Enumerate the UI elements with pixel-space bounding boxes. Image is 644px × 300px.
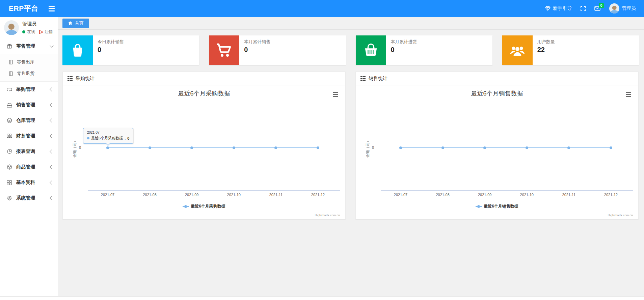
data-point[interactable] [190, 146, 193, 149]
sidebar-item-warehouse[interactable]: 仓库管理 [0, 113, 58, 128]
sidebar-item-finance[interactable]: 财务管理 [0, 128, 58, 144]
legend-item[interactable]: 最近6个月销售数据 [476, 203, 518, 209]
sales-stats-panel: 销售统计 最近6个月销售数据 金额（元） 0 [355, 72, 639, 219]
chevron-right-icon [50, 118, 53, 122]
users-icon [502, 35, 533, 65]
home-icon [68, 21, 73, 25]
briefcase-icon [7, 102, 12, 108]
highcharts-credit-link[interactable]: Highcharts.com.cn [315, 214, 340, 217]
sidebar-item-retail-outbound[interactable]: 零售出库 [0, 56, 58, 68]
data-point[interactable] [274, 146, 277, 149]
stat-card-user-count: 用户数量 22 [502, 35, 639, 65]
stat-card-today-sales: 今日累计销售 0 [62, 35, 199, 65]
legend-item[interactable]: 最近6个月采购数据 [183, 203, 225, 209]
grid-icon [68, 76, 73, 81]
cube-icon [7, 164, 12, 170]
sidebar-item-products[interactable]: 商品管理 [0, 159, 58, 175]
sidebar-item-basic-data[interactable]: 基本资料 [0, 175, 58, 190]
stat-card-label: 用户数量 [537, 39, 555, 45]
app-brand: ERP平台 [0, 4, 38, 13]
sidebar-user-panel: 管理员 在线 注销 [0, 17, 58, 38]
data-point[interactable] [149, 146, 151, 149]
online-status-icon [22, 30, 25, 33]
logout-link[interactable]: 注销 [39, 29, 53, 35]
highcharts-credit-link[interactable]: Highcharts.com.cn [608, 214, 633, 217]
legend-marker-icon [183, 205, 189, 208]
x-axis-tick: 2021-10 [520, 193, 534, 197]
x-axis-tick: 2021-09 [478, 193, 491, 197]
sidebar-item-label: 财务管理 [16, 133, 50, 139]
x-axis-tick: 2021-10 [227, 193, 241, 197]
fullscreen-icon [581, 6, 586, 11]
gift-icon [7, 44, 12, 49]
sign-out-icon [39, 30, 43, 34]
x-axis-tick: 2021-07 [394, 193, 407, 197]
x-axis-tick: 2021-07 [101, 193, 114, 197]
sidebar-item-label: 仓库管理 [16, 117, 50, 124]
data-point[interactable] [526, 146, 528, 149]
x-axis-labels: 2021-07 2021-08 2021-09 2021-10 2021-11 … [401, 193, 611, 197]
sidebar-item-label: 基本资料 [16, 180, 50, 186]
sidebar-toggle-icon[interactable] [49, 6, 55, 11]
sales-chart: 最近6个月销售数据 金额（元） 0 [356, 85, 638, 219]
sidebar-item-reports[interactable]: 报表查询 [0, 144, 58, 159]
guide-button[interactable]: 新手引导 [545, 5, 572, 11]
sidebar-submenu-retail: 零售出库 零售退货 [0, 54, 58, 82]
data-point[interactable] [610, 146, 612, 149]
x-axis-tick: 2021-08 [436, 193, 449, 197]
stat-card-month-purchase: 本月累计进货 0 [356, 35, 492, 65]
book-icon [7, 133, 12, 139]
chevron-right-icon [50, 87, 53, 91]
y-axis-tick: 0 [72, 145, 81, 149]
x-axis-tick: 2021-12 [604, 193, 618, 197]
data-point[interactable] [483, 146, 486, 149]
top-navbar: ERP平台 新手引导 0 管理员 [0, 0, 644, 17]
sidebar-item-system[interactable]: 系统管理 [0, 190, 58, 206]
tab-bar: 首页 [58, 17, 644, 30]
legend-label: 最近6个月采购数据 [191, 203, 225, 209]
layers-icon [7, 118, 12, 124]
data-point[interactable] [441, 146, 444, 149]
chevron-right-icon [50, 103, 53, 107]
sidebar-item-purchase[interactable]: 采购管理 [0, 82, 58, 97]
stat-card-value: 22 [537, 46, 555, 54]
y-axis-tick: 0 [365, 145, 374, 149]
grid-icon [7, 180, 12, 186]
x-axis-tick: 2021-12 [311, 193, 325, 197]
fullscreen-button[interactable] [581, 6, 586, 11]
data-point[interactable] [399, 146, 402, 149]
document-icon [9, 60, 14, 64]
chevron-right-icon [50, 149, 53, 153]
panel-header: 采购统计 [63, 72, 345, 85]
avatar [609, 3, 619, 13]
messages-button[interactable]: 0 [594, 6, 600, 11]
x-axis-tick: 2021-08 [143, 193, 156, 197]
sidebar-item-retail-return[interactable]: 零售退货 [0, 68, 58, 79]
sidebar-menu: 零售管理 零售出库 零售退货 采购管理 [0, 38, 58, 206]
panel-title: 采购统计 [76, 76, 95, 82]
sidebar-item-retail[interactable]: 零售管理 [0, 38, 58, 54]
chart-export-menu-icon[interactable] [625, 91, 632, 98]
chevron-right-icon [50, 165, 53, 169]
avatar [4, 20, 19, 35]
chart-legend: 最近6个月采购数据 [63, 203, 345, 209]
stat-card-month-sales: 本月累计销售 0 [209, 35, 346, 65]
main-area: 首页 今日累计销售 0 本月累计销售 0 [58, 17, 644, 296]
data-point[interactable] [106, 146, 109, 149]
chart-tooltip: 2021-07 最近6个月采购数据: 0 [83, 128, 133, 144]
data-point[interactable] [317, 146, 319, 149]
repeat-icon [7, 87, 12, 92]
stat-card-value: 0 [98, 46, 124, 54]
user-menu[interactable]: 管理员 [609, 3, 636, 13]
stat-card-label: 本月累计销售 [244, 39, 270, 45]
sidebar-item-sales[interactable]: 销售管理 [0, 97, 58, 113]
chevron-right-icon [50, 134, 53, 138]
chart-export-menu-icon[interactable] [332, 91, 339, 98]
online-status-label: 在线 [27, 29, 35, 35]
tooltip-series-name: 最近6个月采购数据 [91, 136, 123, 141]
panel-title: 销售统计 [369, 76, 387, 82]
chart-title: 最近6个月采购数据 [63, 89, 345, 98]
tab-home[interactable]: 首页 [62, 19, 89, 28]
data-point[interactable] [567, 146, 570, 149]
data-point[interactable] [233, 146, 235, 149]
